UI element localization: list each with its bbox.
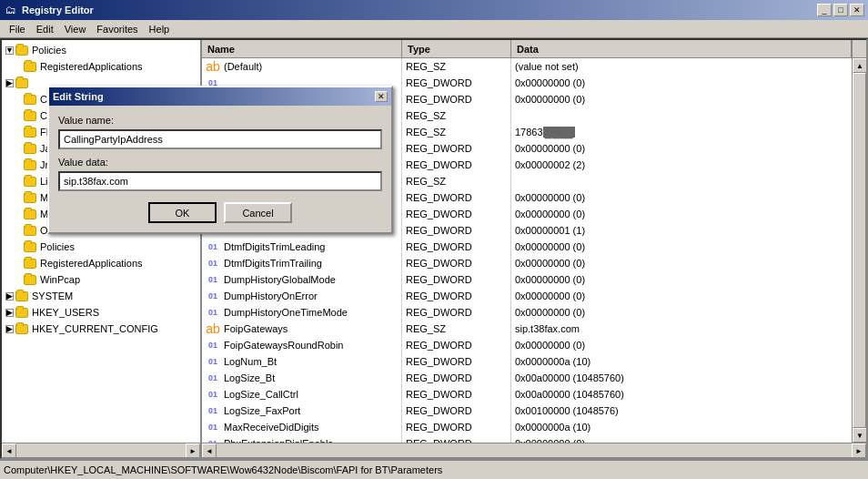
table-row[interactable]: 01LogSize_CallCtrl REG_DWORD 0x00a00000 … <box>202 386 852 403</box>
folder-icon <box>15 44 30 56</box>
cell-name: 01DtmfDigitsTrimLeading <box>202 239 402 255</box>
folder-icon <box>15 76 30 89</box>
folder-icon <box>15 306 30 319</box>
cell-type: REG_DWORD <box>402 337 511 353</box>
tree-item-hkey-users[interactable]: ▶ HKEY_USERS <box>4 304 198 321</box>
cell-name: 01DtmfDigitsTrimTrailing <box>202 255 402 271</box>
main-content: ▼ Policies RegisteredApplications ▶ <box>0 38 868 459</box>
table-row[interactable]: 01DtmfDigitsTrimTrailing REG_DWORD 0x000… <box>202 255 852 271</box>
table-row[interactable]: 01DtmfDigitsTrimLeading REG_DWORD 0x0000… <box>202 239 852 255</box>
tree-item-registered-apps-1[interactable]: RegisteredApplications <box>4 58 198 75</box>
cell-name: 01LogNum_Bt <box>202 353 402 370</box>
sz-icon: ab <box>206 322 220 335</box>
scroll-up-btn[interactable]: ▲ <box>853 58 866 73</box>
cancel-button[interactable]: Cancel <box>224 202 292 223</box>
tree-item-winpcap[interactable]: WinPcap <box>4 271 198 288</box>
scroll-track[interactable] <box>16 443 186 457</box>
left-horiz-scrollbar[interactable]: ◄ ► <box>2 443 200 457</box>
scroll-right-btn[interactable]: ► <box>852 443 866 457</box>
sz-icon: ab <box>206 60 220 73</box>
col-header-data[interactable]: Data <box>511 40 852 57</box>
expand-icon[interactable]: ▶ <box>5 325 14 333</box>
table-row[interactable]: 01LogNum_Bt REG_DWORD 0x0000000a (10) <box>202 353 852 370</box>
cell-data: 0x00000002 (2) <box>511 157 852 173</box>
scroll-down-btn[interactable]: ▼ <box>853 428 866 443</box>
modal-close-button[interactable]: ✕ <box>375 91 388 102</box>
close-button[interactable]: ✕ <box>850 4 864 16</box>
dword-icon: 01 <box>206 404 220 417</box>
expand-icon[interactable]: ▶ <box>5 309 14 317</box>
cell-data: 0x00000000 (0) <box>511 189 852 206</box>
modal-body: Value name: Value data: OK Cancel <box>49 106 391 232</box>
menu-file[interactable]: File <box>4 22 31 36</box>
tree-item-label: Policies <box>40 241 75 252</box>
cell-type: REG_SZ <box>402 124 511 140</box>
cell-data: 0x00000000 (0) <box>511 288 852 304</box>
scroll-track[interactable] <box>217 443 852 457</box>
folder-icon <box>24 273 38 286</box>
cell-name: 01LogSize_CallCtrl <box>202 386 402 403</box>
edit-string-dialog: Edit String ✕ Value name: Value data: OK… <box>47 86 393 234</box>
value-data-label: Value data: <box>58 157 382 168</box>
cell-type: REG_DWORD <box>402 75 511 91</box>
ok-button[interactable]: OK <box>148 202 217 223</box>
scroll-right-btn[interactable]: ► <box>186 443 200 457</box>
cell-type: REG_DWORD <box>402 157 511 173</box>
table-row[interactable]: 01FoipGatewaysRoundRobin REG_DWORD 0x000… <box>202 337 852 353</box>
table-row[interactable]: 01LogSize_FaxPort REG_DWORD 0x00100000 (… <box>202 403 852 419</box>
scroll-thumb[interactable] <box>853 73 866 428</box>
cell-type: REG_SZ <box>402 321 511 337</box>
table-row[interactable]: 01PbxExtensionDialEnable REG_DWORD 0x000… <box>202 435 852 443</box>
value-name-input[interactable] <box>58 129 382 149</box>
tree-item-policies[interactable]: ▼ Policies <box>4 42 198 58</box>
table-row[interactable]: 01MaxReceiveDidDigits REG_DWORD 0x000000… <box>202 419 852 435</box>
menu-help[interactable]: Help <box>144 22 176 36</box>
right-horiz-scrollbar[interactable]: ◄ ► <box>202 443 866 457</box>
tree-item-hkey-current-config[interactable]: ▶ HKEY_CURRENT_CONFIG <box>4 321 198 337</box>
cell-type: REG_SZ <box>402 58 511 75</box>
cell-name: 01FoipGatewaysRoundRobin <box>202 337 402 353</box>
col-header-type[interactable]: Type <box>402 40 511 57</box>
dword-icon: 01 <box>206 372 220 384</box>
menu-favorites[interactable]: Favorites <box>91 22 143 36</box>
cell-type: REG_DWORD <box>402 288 511 304</box>
value-data-input[interactable] <box>58 171 382 191</box>
cell-data: 0x00a00000 (10485760) <box>511 370 852 386</box>
minimize-button[interactable]: _ <box>817 4 832 16</box>
cell-type: REG_SZ <box>402 173 511 189</box>
tree-item-label: WinPcap <box>40 274 80 285</box>
folder-icon <box>15 322 30 335</box>
tree-item-system[interactable]: ▶ SYSTEM <box>4 288 198 304</box>
expand-icon[interactable]: ▼ <box>5 46 14 55</box>
folder-icon <box>24 109 38 122</box>
cell-name: 01LogSize_Bt <box>202 370 402 386</box>
folder-icon <box>24 191 38 204</box>
scroll-left-btn[interactable]: ◄ <box>202 443 217 457</box>
menu-bar: File Edit View Favorites Help <box>0 20 868 38</box>
cell-type: REG_DWORD <box>402 206 511 222</box>
tree-item-registered-apps-2[interactable]: RegisteredApplications <box>4 255 198 271</box>
cell-name: 01DumpHistoryOnError <box>202 288 402 304</box>
right-vert-scrollbar[interactable]: ▲ ▼ <box>852 58 866 443</box>
tree-item-policies2[interactable]: Policies <box>4 239 198 255</box>
table-row[interactable]: 01LogSize_Bt REG_DWORD 0x00a00000 (10485… <box>202 370 852 386</box>
maximize-button[interactable]: □ <box>833 4 848 16</box>
table-row[interactable]: ab (Default) REG_SZ (value not set) <box>202 58 852 75</box>
cell-data: 0x00000000 (0) <box>511 75 852 91</box>
table-row-foip[interactable]: abFoipGateways REG_SZ sip.t38fax.com <box>202 321 852 337</box>
menu-edit[interactable]: Edit <box>31 22 59 36</box>
cell-type: REG_SZ <box>402 107 511 124</box>
col-header-name[interactable]: Name <box>202 40 402 57</box>
expand-icon[interactable]: ▶ <box>5 79 14 87</box>
table-row[interactable]: 01DumpHistoryGlobalMode REG_DWORD 0x0000… <box>202 271 852 288</box>
table-row[interactable]: 01DumpHistoryOnError REG_DWORD 0x0000000… <box>202 288 852 304</box>
dword-icon: 01 <box>206 257 220 270</box>
folder-icon <box>24 240 38 253</box>
table-row[interactable]: 01DumpHistoryOneTimeMode REG_DWORD 0x000… <box>202 304 852 321</box>
modal-title: Edit String <box>53 91 104 102</box>
cell-type: REG_DWORD <box>402 386 511 403</box>
scroll-left-btn[interactable]: ◄ <box>2 443 16 457</box>
expand-icon[interactable]: ▶ <box>5 292 14 301</box>
tree-item-label: Policies <box>32 45 66 56</box>
menu-view[interactable]: View <box>59 22 92 36</box>
